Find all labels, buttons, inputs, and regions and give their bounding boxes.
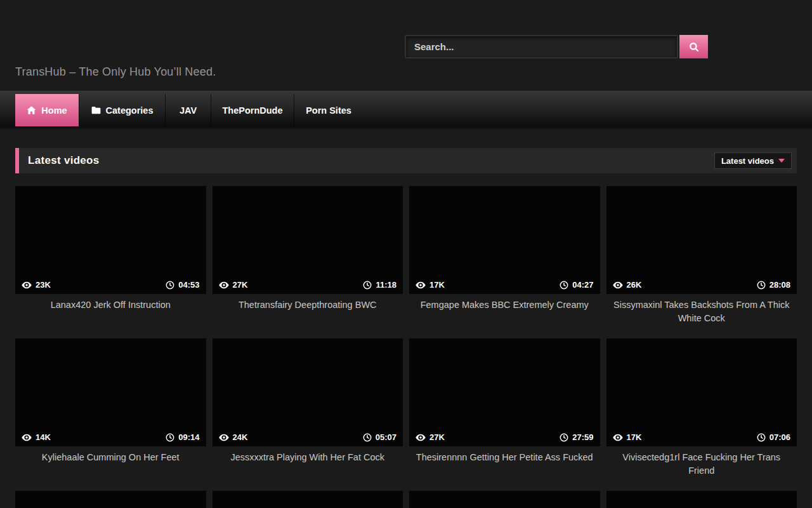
home-icon <box>27 105 36 115</box>
video-thumbnail[interactable] <box>409 491 600 508</box>
video-thumbnail[interactable] <box>606 491 797 508</box>
video-thumbnail[interactable]: 17K 04:27 <box>409 186 600 294</box>
section-title: Latest videos <box>28 154 100 167</box>
video-card[interactable] <box>409 491 600 508</box>
eye-icon <box>22 434 32 441</box>
eye-icon <box>613 434 623 441</box>
tab-label: Home <box>41 105 67 116</box>
view-count: 24K <box>233 432 248 442</box>
site-logo-text[interactable]: TransHub – The Only Hub You’ll Need. <box>15 65 216 79</box>
video-duration: 27:59 <box>572 432 593 442</box>
tab-home[interactable]: Home <box>15 94 79 126</box>
video-thumbnail[interactable]: 17K 07:06 <box>606 338 797 446</box>
clock-icon <box>757 433 766 442</box>
video-duration: 28:08 <box>769 280 790 290</box>
video-title[interactable]: Sissymaxinl Takes Backshots From A Thick… <box>606 298 797 324</box>
eye-icon <box>219 281 229 289</box>
view-count: 27K <box>233 280 248 290</box>
video-card[interactable]: 26K 28:08 Sissymaxinl Takes Backshots Fr… <box>606 186 797 326</box>
view-count: 26K <box>627 280 642 290</box>
eye-icon <box>613 281 623 289</box>
clock-icon <box>363 281 372 290</box>
video-thumbnail[interactable] <box>213 491 403 508</box>
video-card[interactable]: 14K 09:14 Kyliehaale Cumming On Her Feet <box>15 338 206 478</box>
eye-icon <box>22 281 32 289</box>
video-duration: 04:27 <box>572 280 593 290</box>
video-meta: 14K 09:14 <box>15 432 206 446</box>
video-meta: 17K 07:06 <box>606 432 797 446</box>
folder-icon <box>91 106 101 114</box>
video-thumbnail[interactable]: 24K 05:07 <box>213 338 403 446</box>
video-duration: 05:07 <box>376 432 396 442</box>
video-meta: 17K 04:27 <box>409 280 600 294</box>
search-form <box>405 35 708 58</box>
sort-dropdown[interactable]: Latest videos <box>714 152 792 169</box>
eye-icon <box>219 434 229 441</box>
video-thumbnail[interactable]: 27K 27:59 <box>409 338 600 446</box>
video-title[interactable]: Lanax420 Jerk Off Instruction <box>15 298 206 312</box>
video-duration: 09:14 <box>178 432 199 442</box>
video-card[interactable] <box>15 491 206 508</box>
video-title[interactable]: Vivisectedg1rl Face Fucking Her Trans Fr… <box>606 451 797 477</box>
eye-icon <box>416 281 426 289</box>
video-meta: 23K 04:53 <box>15 280 206 294</box>
video-card[interactable]: 27K 11:18 Thetransfairy Deepthroating BW… <box>213 186 403 326</box>
caret-down-icon <box>778 159 785 163</box>
tab-porn-sites[interactable]: Porn Sites <box>294 94 363 126</box>
video-title[interactable]: Kyliehaale Cumming On Her Feet <box>15 451 206 464</box>
clock-icon <box>363 433 372 442</box>
video-card[interactable] <box>213 491 403 508</box>
video-grid: 23K 04:53 Lanax420 Jerk Off Instruction <box>15 186 797 508</box>
video-duration: 04:53 <box>178 280 199 290</box>
video-thumbnail[interactable]: 14K 09:14 <box>15 338 206 446</box>
video-meta: 26K 28:08 <box>606 280 797 294</box>
view-count: 14K <box>36 432 51 442</box>
video-meta: 27K 11:18 <box>213 280 403 294</box>
view-count: 17K <box>429 280 445 290</box>
site-header: TransHub – The Only Hub You’ll Need. <box>0 0 812 91</box>
video-card[interactable]: 27K 27:59 Thesirennnn Getting Her Petite… <box>409 338 600 478</box>
sort-dropdown-label: Latest videos <box>721 156 774 166</box>
video-meta: 24K 05:07 <box>213 432 403 446</box>
search-input[interactable] <box>405 35 678 58</box>
video-thumbnail[interactable]: 27K 11:18 <box>213 186 403 294</box>
video-duration: 07:06 <box>769 432 790 442</box>
video-card[interactable]: 17K 04:27 Femgape Makes BBC Extremely Cr… <box>409 186 600 326</box>
search-button[interactable] <box>679 35 708 58</box>
main-nav: Home Categories JAV ThePornDude Porn Sit… <box>0 91 812 130</box>
view-count: 23K <box>36 280 51 290</box>
video-title[interactable]: Femgape Makes BBC Extremely Creamy <box>409 298 600 312</box>
video-thumbnail[interactable] <box>15 491 206 508</box>
eye-icon <box>416 434 426 441</box>
video-title[interactable]: Thesirennnn Getting Her Petite Ass Fucke… <box>409 451 600 464</box>
clock-icon <box>166 281 174 290</box>
tab-label: ThePornDude <box>222 105 282 116</box>
tab-label: Categories <box>106 105 154 116</box>
clock-icon <box>757 281 766 290</box>
clock-icon <box>560 281 568 290</box>
view-count: 17K <box>627 432 642 442</box>
video-title[interactable]: Jessxxxtra Playing With Her Fat Cock <box>213 451 403 464</box>
view-count: 27K <box>429 432 445 442</box>
video-thumbnail[interactable]: 23K 04:53 <box>15 186 206 294</box>
tab-label: Porn Sites <box>306 105 351 116</box>
video-thumbnail[interactable]: 26K 28:08 <box>606 186 797 294</box>
search-icon <box>688 41 700 53</box>
main-content: Latest videos Latest videos 23K <box>15 148 797 508</box>
video-meta: 27K 27:59 <box>409 432 600 446</box>
tab-label: JAV <box>180 105 197 116</box>
video-card[interactable]: 23K 04:53 Lanax420 Jerk Off Instruction <box>15 186 206 326</box>
tab-categories[interactable]: Categories <box>79 94 165 126</box>
tab-theporndude[interactable]: ThePornDude <box>211 94 294 126</box>
video-card[interactable] <box>606 491 797 508</box>
section-header: Latest videos Latest videos <box>15 148 797 173</box>
tab-jav[interactable]: JAV <box>165 94 211 126</box>
video-card[interactable]: 24K 05:07 Jessxxxtra Playing With Her Fa… <box>213 338 403 478</box>
video-duration: 11:18 <box>376 280 396 290</box>
clock-icon <box>560 433 568 442</box>
clock-icon <box>166 433 174 442</box>
video-title[interactable]: Thetransfairy Deepthroating BWC <box>213 298 403 312</box>
video-card[interactable]: 17K 07:06 Vivisectedg1rl Face Fucking He… <box>606 338 797 478</box>
